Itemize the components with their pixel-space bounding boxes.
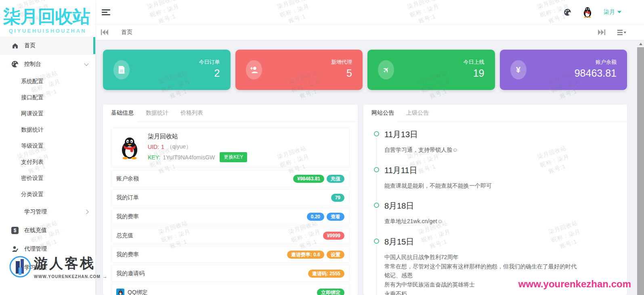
grid-icon	[11, 208, 19, 215]
announcement-item: 8月15日 中国人民抗日战争胜利72周年 常常在想，尽管对这个国家有这样那样的抱…	[374, 236, 617, 295]
stat-cards-row: 今日订单 2 新增代理 5 ✈ 今日上线 19 ¥ 账户余额 98463.81	[103, 50, 627, 90]
top-header: 柒月	[95, 0, 644, 24]
recharge-button[interactable]: 充值	[327, 175, 344, 183]
set-invite-rate-button[interactable]: 设置	[327, 251, 344, 259]
agent-icon	[11, 245, 19, 253]
sidebar-subitem-course-settings[interactable]: 网课设置	[0, 106, 95, 122]
app-logo-title: 柒月回收站	[0, 5, 95, 29]
scrollbar-thumb[interactable]	[637, 47, 644, 295]
announcement-item: 11月13日 自营学习通，支持带锁人脸☺	[374, 129, 617, 165]
palette-icon	[11, 61, 19, 68]
stat-label: 账户余额	[596, 59, 617, 66]
announcement-text: 中国人民抗日战争胜利72周年 常常在想，尽管对这个国家有这样那样的抱怨，但我们的…	[384, 253, 617, 295]
sidebar-subitem-category-settings[interactable]: 分类设置	[0, 186, 95, 203]
caret-down-icon	[617, 11, 621, 13]
sidebar-subitem-data-stats[interactable]: 数据统计	[0, 122, 95, 138]
stat-value: 98463.81	[575, 67, 617, 79]
chevron-down-icon	[84, 61, 88, 66]
account-info-list: 账户余额 ¥98463.81 充值 我的订单 79 我的费率	[111, 170, 350, 295]
app-logo-subtitle: QIYUEHUISHOUZHAN	[0, 28, 95, 34]
profile-card: 柒月回收站 UID: 1 （qiyue） KEY: 1YuIT9NA4fomis…	[111, 128, 350, 167]
vertical-scrollbar[interactable]	[637, 40, 644, 295]
main-content: 今日订单 2 新增代理 5 ✈ 今日上线 19 ¥ 账户余额 98463.81	[95, 40, 644, 295]
qq-avatar	[118, 136, 141, 159]
stat-card-today-orders: 今日订单 2	[103, 50, 231, 90]
sidebar-item-label: 学习对接	[24, 264, 88, 271]
skip-back-icon[interactable]	[101, 29, 108, 35]
sidebar-subitem-secret-price[interactable]: 密价设置	[0, 170, 95, 186]
announcements-panel: 网站公告 上级公告 11月13日 自营学习通，支持带锁人脸☺ 11月11日 能查…	[363, 105, 627, 295]
timeline-dot	[374, 239, 379, 244]
grid-icon	[11, 264, 19, 271]
sidebar-item-label: 控制台	[24, 61, 85, 68]
home-icon	[11, 42, 19, 49]
stat-label: 今日上线	[464, 59, 485, 66]
sidebar-item-agent-manage[interactable]: 代理管理	[0, 240, 95, 258]
sidebar: 柒月回收站 QIYUEHUISHOUZHAN 首页 控制台 系统配置 接口配置	[0, 0, 95, 295]
document-icon	[113, 60, 130, 80]
stat-label: 今日订单	[199, 59, 220, 66]
sidebar-item-label: 首页	[24, 42, 88, 49]
balance-badge: ¥98463.81	[293, 175, 324, 183]
announcement-date: 11月13日	[384, 129, 617, 140]
user-avatar[interactable]	[582, 6, 593, 18]
skip-forward-icon[interactable]	[598, 29, 605, 35]
account-row-rate: 我的费率 0.20 查看	[111, 208, 350, 225]
tab-site-announcements[interactable]: 网站公告	[371, 105, 394, 121]
tab-options-icon[interactable]	[617, 29, 626, 36]
theme-palette-icon[interactable]	[564, 8, 571, 16]
uid-label: UID:	[148, 144, 159, 150]
tab-data-stats[interactable]: 数据统计	[146, 105, 168, 121]
view-rate-button[interactable]: 查看	[327, 213, 344, 221]
sidebar-subitem-payment-list[interactable]: 支付列表	[0, 154, 95, 170]
account-row-orders: 我的订单 79	[111, 189, 350, 206]
announcement-text: 查单地址21wk.cn/get☺	[384, 217, 617, 226]
key-value: 1YuIT9NA4fomisGW	[163, 154, 215, 161]
tab-parent-announcements[interactable]: 上级公告	[406, 105, 429, 121]
bind-qq-button[interactable]: 立即绑定	[317, 289, 344, 295]
change-key-button[interactable]: 更换KEY	[220, 152, 247, 162]
chevron-right-icon	[84, 209, 88, 214]
announcement-timeline: 11月13日 自营学习通，支持带锁人脸☺ 11月11日 能查课就是能刷，不能查就…	[363, 122, 627, 295]
sidebar-item-label: 学习管理	[24, 208, 85, 215]
sidebar-item-study-manage[interactable]: 学习管理	[0, 203, 95, 221]
stat-card-today-online: ✈ 今日上线 19	[367, 50, 495, 90]
basic-info-panel: 基础信息 数据统计 价格列表 柒月回收站 UID: 1 （qiyue）	[103, 105, 358, 295]
sidebar-toggle-button[interactable]	[102, 8, 110, 17]
header-actions: 柒月	[564, 6, 621, 18]
sidebar-item-study-connect[interactable]: 学习对接	[0, 258, 95, 277]
sidebar-subitem-system-config[interactable]: 系统配置	[0, 73, 95, 90]
user-menu[interactable]: 柒月	[604, 8, 621, 16]
announcement-date: 11月11日	[384, 165, 617, 176]
username-text: 柒月	[604, 8, 615, 16]
stat-value: 19	[473, 67, 485, 79]
dollar-icon: $	[11, 227, 19, 234]
sidebar-item-home[interactable]: 首页	[0, 36, 95, 55]
invite-rate-badge: 邀请费率: 0.6	[287, 251, 324, 259]
tab-price-list[interactable]: 价格列表	[180, 105, 203, 121]
account-row-total-recharge: 总充值 ¥9999	[111, 227, 350, 244]
announcement-date: 8月18日	[384, 201, 617, 211]
key-label: KEY:	[148, 154, 160, 161]
tab-basic-info[interactable]: 基础信息	[111, 105, 134, 121]
stat-value: 2	[214, 67, 220, 79]
account-row-balance: 账户余额 ¥98463.81 充值	[111, 170, 350, 187]
tab-home[interactable]: 首页	[120, 25, 134, 40]
sidebar-item-console[interactable]: 控制台	[0, 55, 95, 73]
app-logo: 柒月回收站 QIYUEHUISHOUZHAN	[0, 0, 95, 36]
plane-icon: ✈	[378, 60, 394, 80]
announcement-tabs: 网站公告 上级公告	[363, 105, 627, 122]
sidebar-item-online-recharge[interactable]: $ 在线充值	[0, 221, 95, 240]
scroll-up-arrow[interactable]	[637, 40, 644, 47]
sidebar-subitem-api-config[interactable]: 接口配置	[0, 90, 95, 106]
orders-count-badge: 79	[331, 194, 344, 202]
uid-value: 1	[161, 144, 164, 150]
sidebar-menu: 首页 控制台 系统配置 接口配置 网课设置 数据统计 等级设置 支付列表 密价设…	[0, 36, 95, 277]
timeline-dot	[374, 131, 379, 136]
stat-value: 5	[346, 67, 352, 79]
account-row-invite-rate: 我的费率 邀请费率: 0.6 设置	[111, 246, 350, 263]
timeline-dot	[374, 167, 379, 172]
stat-card-balance: ¥ 账户余额 98463.81	[500, 50, 627, 90]
sidebar-subitem-level-settings[interactable]: 等级设置	[0, 138, 95, 154]
total-recharge-badge: ¥9999	[323, 232, 344, 240]
